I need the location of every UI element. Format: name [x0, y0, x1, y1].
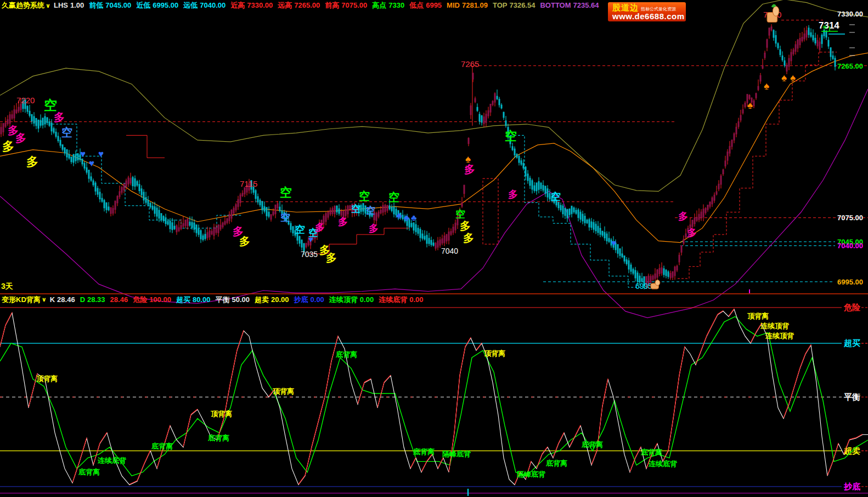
candle-body [275, 205, 277, 214]
kd-rising-line [80, 438, 87, 461]
candle-body [233, 208, 235, 214]
kd-rising-line [410, 457, 416, 468]
candle-body [444, 236, 446, 243]
candle-body [448, 232, 450, 241]
kd-indicator-title[interactable]: 变形KD背离 [2, 295, 41, 305]
candle-body [378, 212, 380, 217]
candle-body [725, 160, 726, 166]
bottom-divergence-label: 隔峰底背 [517, 470, 546, 478]
candle-body [718, 184, 720, 189]
candle-body [771, 26, 773, 30]
kd-rising-line [537, 454, 542, 468]
candle-body [150, 203, 151, 207]
candle-body [532, 180, 533, 189]
candle-body [543, 185, 544, 191]
candle-body [55, 132, 57, 137]
candle-body [235, 204, 237, 210]
candle-body [657, 270, 658, 278]
candle-body [268, 212, 270, 217]
candle-body [598, 226, 599, 233]
candle-body [7, 119, 9, 124]
candle-body [569, 209, 571, 215]
long-signal-label: 多 [463, 232, 474, 244]
kd-rising-line [358, 382, 364, 404]
candle-body [518, 156, 520, 163]
candle-body [593, 222, 595, 230]
main-indicator-title[interactable]: 久赢趋势系统 [2, 1, 44, 10]
candle-body [53, 128, 55, 132]
kd-rising-line [364, 378, 371, 382]
candle-body [461, 203, 463, 207]
kd-rising-line [460, 347, 465, 375]
top-divergence-label: 顶背离 [211, 410, 232, 418]
candle-body [562, 205, 564, 214]
short-signal-label: 空 [44, 98, 57, 113]
candle-body [431, 240, 432, 245]
candle-body [729, 146, 731, 154]
candle-body [810, 32, 812, 37]
kd-rising-line [805, 344, 811, 353]
kd-rising-line [384, 375, 391, 382]
candle-body [106, 203, 108, 210]
candle-body [595, 224, 597, 231]
candle-body [330, 210, 331, 214]
candle-body [668, 271, 669, 277]
candle-body [442, 238, 443, 243]
candle-body [808, 27, 810, 35]
bottom-divergence-label: 底背离 [640, 448, 662, 456]
candle-body [760, 75, 762, 81]
thumbs-up-icon [767, 4, 779, 22]
dropdown-caret-icon[interactable]: ∨ [46, 2, 50, 9]
candle-body [591, 221, 593, 227]
long-signal-label: 多 [15, 132, 26, 144]
chart-canvas[interactable]: 7330.007265.007075.007045.007040.006995.… [0, 0, 868, 497]
long-signal-label: 多 [26, 155, 38, 169]
suit-marker-icon: ♣ [411, 213, 417, 222]
candle-body [196, 225, 198, 233]
kd-rising-line [559, 432, 564, 443]
kd-rising-line [856, 434, 863, 438]
candle-body [240, 194, 241, 203]
candle-body [102, 198, 103, 202]
candle-body [170, 221, 171, 229]
candle-body [334, 206, 336, 214]
candle-body [470, 105, 472, 115]
candle-body [126, 181, 127, 187]
candle-body [18, 107, 20, 112]
candle-body [64, 147, 66, 153]
candle-body [694, 217, 696, 224]
candle-body [545, 186, 546, 194]
candle-body [183, 223, 184, 227]
candle-body [494, 93, 496, 103]
dropdown-caret-icon[interactable]: ∨ [42, 296, 47, 303]
candle-body [786, 65, 788, 72]
candle-body [301, 239, 303, 247]
candle-body [775, 35, 777, 43]
candle-body [145, 197, 147, 203]
long-signal-label: 多 [326, 252, 337, 264]
candle-body [758, 86, 759, 90]
candle-body [202, 236, 204, 240]
candle-body [29, 111, 31, 116]
main-indicator-header: 久赢趋势系统 ∨ LHS1.00前低7045.00近低6995.00远低7040… [0, 0, 604, 11]
kd-stat: 超买80.00 [176, 295, 211, 304]
candle-body [835, 58, 836, 66]
kd-rising-line [800, 354, 805, 368]
candle-body [435, 243, 437, 249]
candle-body [624, 255, 625, 261]
candle-body [389, 205, 391, 209]
bottom-divergence-label: 底背离 [545, 459, 567, 467]
candle-body [720, 176, 722, 185]
candle-body [339, 208, 340, 214]
candle-body [663, 269, 665, 275]
candle-body [27, 106, 29, 112]
candle-body [75, 154, 77, 161]
candle-body [16, 110, 18, 113]
candle-body [793, 49, 794, 54]
bottom-divergence-label: 底背离 [581, 440, 603, 449]
candle-body [382, 205, 384, 213]
short-signal-label: 空 [505, 129, 517, 143]
candle-body [82, 159, 83, 165]
candle-body [773, 30, 775, 38]
candle-body [9, 114, 11, 124]
